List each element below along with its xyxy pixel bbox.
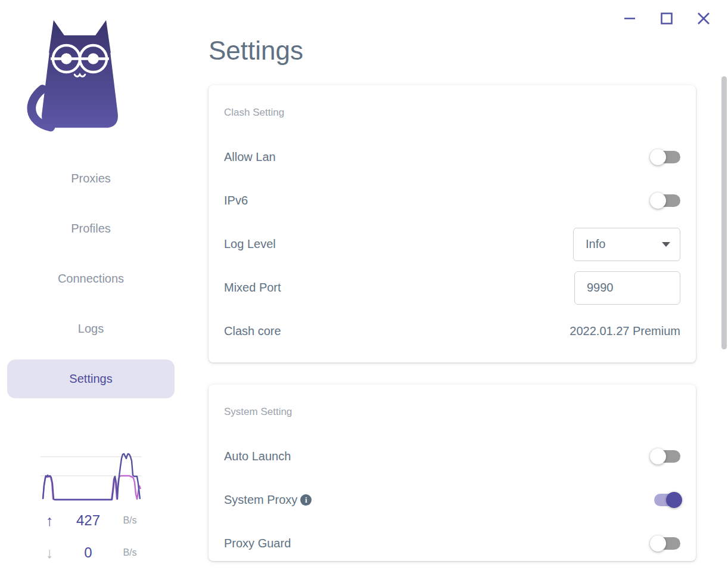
sidebar-item-label: Connections: [58, 272, 124, 286]
card-header: Clash Setting: [209, 85, 696, 117]
toggle-thumb: [650, 448, 666, 464]
log-level-label: Log Level: [224, 237, 276, 251]
auto-launch-label: Auto Launch: [224, 450, 291, 463]
mixed-port-row: Mixed Port: [209, 266, 696, 309]
page-title: Settings: [209, 36, 303, 66]
sidebar: Proxies Profiles Connections Logs Settin…: [0, 0, 182, 570]
minimize-button[interactable]: [622, 11, 637, 26]
sidebar-item-logs[interactable]: Logs: [7, 309, 175, 348]
allow-lan-toggle[interactable]: [652, 149, 680, 165]
download-speed-unit: B/s: [112, 547, 148, 558]
download-series-line: [43, 476, 141, 500]
mixed-port-label: Mixed Port: [224, 281, 281, 295]
clash-setting-card: Clash Setting Allow Lan IPv6 Log Level: [209, 85, 696, 363]
download-speed-value: 0: [64, 544, 112, 561]
toggle-thumb: [650, 193, 666, 209]
sidebar-item-profiles[interactable]: Profiles: [7, 209, 175, 248]
sidebar-item-connections[interactable]: Connections: [7, 259, 175, 298]
minimize-icon: [623, 11, 637, 26]
system-proxy-label-text: System Proxy: [224, 493, 297, 507]
sidebar-item-proxies[interactable]: Proxies: [7, 159, 175, 198]
log-level-select[interactable]: Info: [573, 228, 680, 261]
card-header: System Setting: [209, 385, 696, 417]
toggle-thumb: [666, 492, 682, 508]
ipv6-row: IPv6: [209, 179, 696, 222]
proxy-guard-toggle[interactable]: [652, 535, 680, 552]
sidebar-item-label: Proxies: [71, 172, 111, 185]
toggle-thumb: [650, 535, 666, 552]
system-proxy-row: System Proxy i: [209, 478, 696, 522]
upload-arrow-icon: ↑: [35, 512, 64, 529]
maximize-button[interactable]: [659, 11, 674, 26]
mixed-port-input[interactable]: [574, 271, 680, 305]
upload-speed-unit: B/s: [112, 515, 148, 526]
toggle-thumb: [650, 149, 666, 165]
upload-speed-row: ↑ 427 B/s: [35, 504, 154, 537]
clash-core-label: Clash core: [224, 324, 281, 338]
log-level-selected-value: Info: [586, 237, 605, 251]
allow-lan-label: Allow Lan: [224, 150, 276, 164]
system-setting-card: System Setting Auto Launch System Proxy …: [209, 385, 696, 561]
clash-settings-window: Proxies Profiles Connections Logs Settin…: [0, 0, 728, 570]
sidebar-item-label: Profiles: [71, 222, 111, 236]
traffic-stats: ↑ 427 B/s ↓ 0 B/s: [35, 504, 154, 569]
log-level-row: Log Level Info: [209, 222, 696, 266]
clash-core-version: 2022.01.27 Premium: [570, 324, 680, 338]
auto-launch-toggle[interactable]: [652, 448, 680, 464]
proxy-guard-row: Proxy Guard: [209, 522, 696, 561]
download-speed-row: ↓ 0 B/s: [35, 537, 154, 569]
window-controls: [622, 11, 711, 26]
close-button[interactable]: [696, 11, 711, 26]
system-proxy-toggle[interactable]: [652, 492, 680, 508]
scrollbar-thumb[interactable]: [721, 76, 727, 349]
sidebar-item-settings[interactable]: Settings: [7, 360, 175, 398]
download-arrow-icon: ↓: [35, 544, 64, 562]
upload-series-line: [43, 454, 140, 500]
proxy-guard-label: Proxy Guard: [224, 537, 291, 550]
maximize-icon: [659, 11, 674, 26]
clash-core-row: Clash core 2022.01.27 Premium: [209, 309, 696, 353]
auto-launch-row: Auto Launch: [209, 435, 696, 478]
info-icon[interactable]: i: [300, 494, 312, 506]
sidebar-item-label: Logs: [78, 322, 104, 336]
traffic-graph: [41, 449, 142, 504]
sidebar-nav: Proxies Profiles Connections Logs Settin…: [7, 159, 175, 398]
sidebar-item-label: Settings: [69, 372, 112, 386]
upload-speed-value: 427: [64, 512, 112, 529]
ipv6-label: IPv6: [224, 194, 248, 207]
clash-cat-logo-icon: [20, 16, 140, 132]
allow-lan-row: Allow Lan: [209, 135, 696, 179]
system-proxy-label: System Proxy i: [224, 493, 312, 507]
close-icon: [696, 11, 711, 26]
ipv6-toggle[interactable]: [652, 193, 680, 209]
chevron-down-icon: [662, 242, 670, 247]
